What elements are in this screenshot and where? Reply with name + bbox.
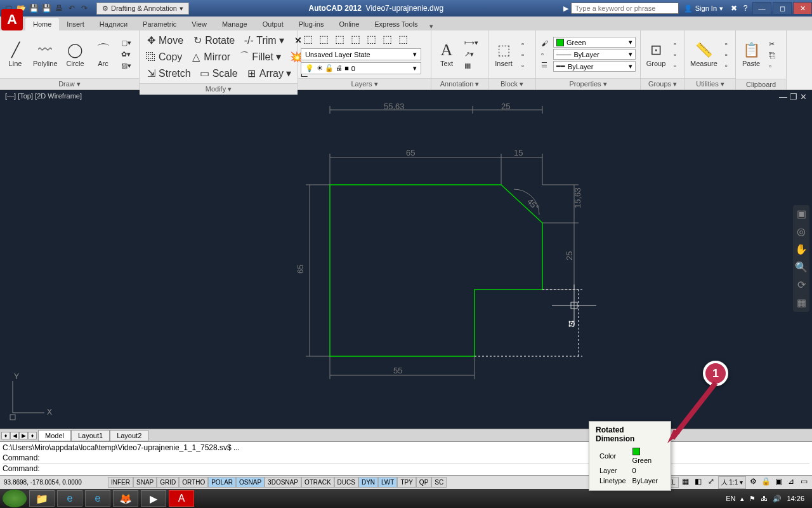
layer-ico-4[interactable]: ⬚: [348, 32, 363, 46]
panel-utilities-title[interactable]: Utilities ▾: [685, 78, 735, 90]
draw-extra-1[interactable]: ▢▾: [119, 37, 134, 48]
block-edit-button[interactable]: ▫: [519, 50, 527, 60]
copy-clip-button[interactable]: ⿻: [766, 50, 778, 60]
dim-linear-button[interactable]: ⟼▾: [462, 37, 481, 48]
layer-ico-5[interactable]: ⬚: [364, 32, 379, 46]
tray-flag-icon[interactable]: ▴: [740, 495, 744, 503]
tab-parametric[interactable]: Parametric: [135, 18, 184, 30]
tab-insert[interactable]: Insert: [59, 18, 92, 30]
qat-redo-icon[interactable]: ↷: [79, 3, 90, 14]
doc-minimize-button[interactable]: —: [779, 92, 787, 102]
status-toggle-ducs[interactable]: DUCS: [334, 477, 358, 488]
layer-ico-1[interactable]: ⬚: [301, 32, 315, 46]
main-shape[interactable]: [330, 185, 542, 356]
viewport-label[interactable]: [—] [Top] [2D Wireframe]: [5, 92, 82, 102]
close-button[interactable]: ✕: [793, 2, 812, 15]
minimize-button[interactable]: —: [752, 2, 771, 15]
exchange-icon[interactable]: ✖: [728, 3, 740, 14]
layout-tab-1[interactable]: Layout1: [71, 430, 110, 441]
paste-button[interactable]: 📋Paste: [738, 41, 764, 69]
tab-overflow-icon[interactable]: ▾: [429, 22, 433, 30]
prop-ico-2[interactable]: ▫: [539, 49, 551, 59]
start-button[interactable]: [3, 490, 27, 507]
status-toggle-dyn[interactable]: DYN: [358, 477, 378, 488]
maximize-button[interactable]: ◻: [773, 2, 792, 15]
table-button[interactable]: ▦: [462, 60, 481, 71]
status-toggle-sc[interactable]: SC: [431, 477, 447, 488]
lineweight-dropdown[interactable]: ━━ByLayer▾: [553, 61, 636, 72]
layout-tab-model[interactable]: Model: [38, 430, 71, 441]
layout-nav[interactable]: ♦◀▶♦: [0, 432, 38, 439]
status-qview-icon[interactable]: ◧: [693, 477, 704, 488]
nav-cube-icon[interactable]: ▣: [795, 208, 808, 220]
search-input[interactable]: [571, 3, 679, 14]
status-iso-icon[interactable]: ⊿: [785, 477, 797, 488]
chevron-right-icon[interactable]: ▶: [561, 4, 571, 13]
trim-button[interactable]: -/-Trim ▾: [241, 33, 286, 48]
util-ico-2[interactable]: ▫: [723, 50, 730, 60]
mirror-button[interactable]: △Mirror: [188, 49, 233, 65]
status-toggle-grid[interactable]: GRID: [157, 477, 179, 488]
status-toggle-osnap[interactable]: OSNAP: [236, 477, 265, 488]
nav-show-icon[interactable]: ▦: [795, 297, 808, 309]
fillet-button[interactable]: ⌒Fillet ▾: [237, 49, 284, 65]
doc-restore-button[interactable]: ❐: [790, 92, 797, 102]
layout-tab-2[interactable]: Layout2: [110, 430, 148, 441]
taskbar-explorer-icon[interactable]: 📁: [29, 490, 55, 507]
panel-block-title[interactable]: Block ▾: [488, 78, 535, 90]
nav-orbit-icon[interactable]: ⟳: [795, 279, 808, 291]
layer-current-dropdown[interactable]: 💡☀ 🔓 🖨 ■ 0▾: [301, 62, 421, 74]
draw-extra-2[interactable]: ✿▾: [119, 49, 134, 60]
tab-plugins[interactable]: Plug-ins: [291, 18, 332, 30]
qat-undo-icon[interactable]: ↶: [66, 3, 77, 14]
leader-button[interactable]: ↗▾: [462, 49, 481, 60]
status-scale[interactable]: 人 1:1 ▾: [718, 476, 746, 489]
status-toggle-snap[interactable]: SNAP: [133, 477, 157, 488]
status-toggle-tpy[interactable]: TPY: [397, 477, 416, 488]
linetype-dropdown[interactable]: ───ByLayer▾: [553, 49, 636, 60]
cmd-prompt[interactable]: Command:: [3, 464, 809, 474]
stretch-button[interactable]: ⇲Stretch: [143, 66, 193, 81]
qat-save-icon[interactable]: 💾: [28, 3, 39, 14]
taskbar-ie2-icon[interactable]: e: [85, 490, 110, 507]
status-lock-icon[interactable]: 🔒: [760, 477, 771, 488]
status-toggle-otrack[interactable]: OTRACK: [301, 477, 334, 488]
block-create-button[interactable]: ▫: [519, 39, 527, 49]
status-toggle-polar[interactable]: POLAR: [208, 477, 236, 488]
doc-close-button[interactable]: ✕: [800, 92, 807, 102]
panel-annotation-title[interactable]: Annotation ▾: [431, 78, 488, 90]
layer-state-dropdown[interactable]: Unsaved Layer State▾: [301, 48, 421, 60]
polyline-button[interactable]: 〰Polyline: [30, 41, 60, 69]
taskbar-clock[interactable]: 14:26: [787, 495, 804, 502]
status-ws-icon[interactable]: ⚙: [747, 477, 759, 488]
layer-ico-7[interactable]: ⬚: [396, 32, 410, 46]
layer-ico-6[interactable]: ⬚: [380, 32, 395, 46]
arc-button[interactable]: ⌒Arc: [91, 41, 116, 69]
group-ico-3[interactable]: ▫: [671, 60, 679, 70]
rotate-button[interactable]: ↻Rotate: [190, 33, 237, 48]
tab-online[interactable]: Online: [331, 18, 367, 30]
app-logo[interactable]: A: [1, 9, 23, 30]
panel-modify-title[interactable]: Modify ▾: [140, 83, 298, 95]
panel-clipboard-title[interactable]: Clipboard: [736, 79, 786, 90]
draw-extra-3[interactable]: ▨▾: [119, 60, 134, 71]
group-ico-2[interactable]: ▫: [671, 50, 679, 60]
tab-manage[interactable]: Manage: [214, 18, 255, 30]
tab-express[interactable]: Express Tools: [367, 18, 425, 30]
status-grid-icon[interactable]: ▦: [680, 477, 691, 488]
status-toggle-3dosnap[interactable]: 3DOSNAP: [265, 477, 301, 488]
move-button[interactable]: ✥Move: [143, 33, 186, 48]
cut-button[interactable]: ✂: [766, 39, 778, 50]
status-ann-icon[interactable]: ⤢: [705, 477, 717, 488]
panel-draw-title[interactable]: Draw ▾: [0, 78, 139, 90]
clip-ico-3[interactable]: ▫: [766, 61, 778, 71]
prop-ico-3[interactable]: ☰: [539, 60, 551, 70]
status-toggle-ortho[interactable]: ORTHO: [179, 477, 208, 488]
util-ico-1[interactable]: ▫: [723, 39, 730, 49]
tab-home[interactable]: Home: [25, 18, 59, 30]
tray-network-icon[interactable]: 🖧: [761, 495, 768, 502]
panel-layers-title[interactable]: Layers ▾: [298, 78, 431, 90]
nav-zoom-icon[interactable]: 🔍: [795, 261, 808, 274]
tab-view[interactable]: View: [184, 18, 214, 30]
workspace-dropdown[interactable]: ⚙ Drafting & Annotation ▾: [96, 3, 189, 15]
